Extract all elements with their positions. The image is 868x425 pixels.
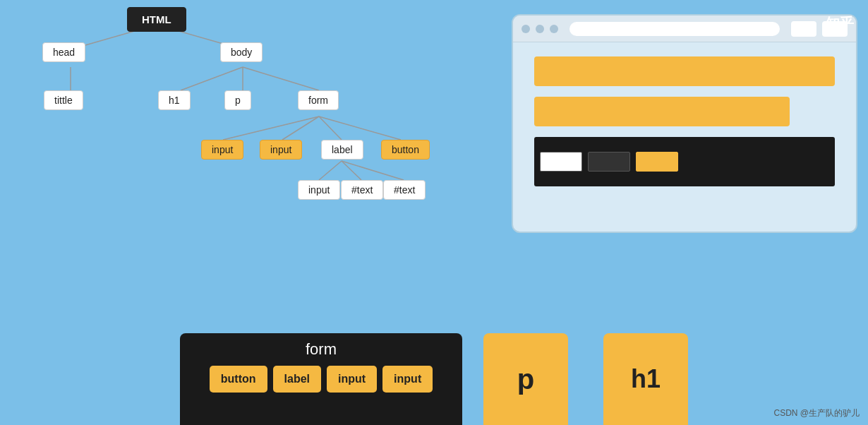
node-html: HTML [127, 7, 186, 32]
node-tittle: tittle [44, 90, 83, 110]
node-form: form [298, 90, 339, 110]
browser-input-3 [636, 152, 678, 172]
bottom-node-input1: input [327, 366, 377, 393]
node-h1: h1 [158, 90, 191, 110]
node-body: body [220, 42, 263, 62]
svg-line-10 [319, 161, 342, 180]
node-text1: #text [341, 180, 383, 200]
browser-input-1 [540, 152, 582, 172]
browser-dot-3 [550, 25, 558, 33]
bottom-node-input2: input [382, 366, 433, 393]
svg-line-11 [342, 161, 361, 180]
node-input2: input [260, 140, 302, 160]
bottom-p-box: p [483, 333, 568, 425]
browser-button-1 [791, 21, 816, 37]
svg-line-5 [243, 67, 319, 90]
browser-titlebar [513, 16, 856, 42]
svg-line-6 [223, 116, 319, 140]
browser-addressbar [569, 22, 780, 36]
svg-line-8 [319, 116, 342, 140]
bottom-form-box: form button label input input [180, 333, 462, 425]
node-label: label [321, 140, 363, 160]
bottom-form-nodes: button label input input [210, 366, 433, 393]
browser-mockup [512, 14, 857, 233]
bottom-form-title: form [306, 340, 337, 359]
node-p: p [224, 90, 251, 110]
svg-line-3 [181, 67, 243, 90]
bottom-node-label: label [273, 366, 321, 393]
svg-line-9 [319, 116, 401, 140]
browser-row [534, 137, 835, 186]
browser-input-2 [588, 152, 630, 172]
browser-dot-2 [536, 25, 544, 33]
tree-diagram: HTML head tittle body h1 p form input in… [0, 0, 459, 297]
svg-line-12 [342, 161, 404, 180]
node-text2: #text [383, 180, 426, 200]
browser-content [513, 42, 856, 200]
csdn-watermark: CSDN @生产队的驴儿 [773, 407, 860, 419]
browser-bar-2 [534, 97, 790, 126]
svg-line-7 [282, 116, 319, 140]
tree-svg-lines [0, 0, 459, 247]
browser-dot-1 [522, 25, 530, 33]
node-button: button [381, 140, 430, 160]
node-input1: input [201, 140, 243, 160]
bottom-h1-box: h1 [603, 333, 688, 425]
node-input3: input [298, 180, 340, 200]
browser-bar-1 [534, 56, 835, 86]
browser-dark-block [534, 137, 835, 186]
bottom-node-button: button [210, 366, 267, 393]
zhihu-watermark: 知乎 [826, 14, 854, 33]
node-head: head [42, 42, 85, 62]
